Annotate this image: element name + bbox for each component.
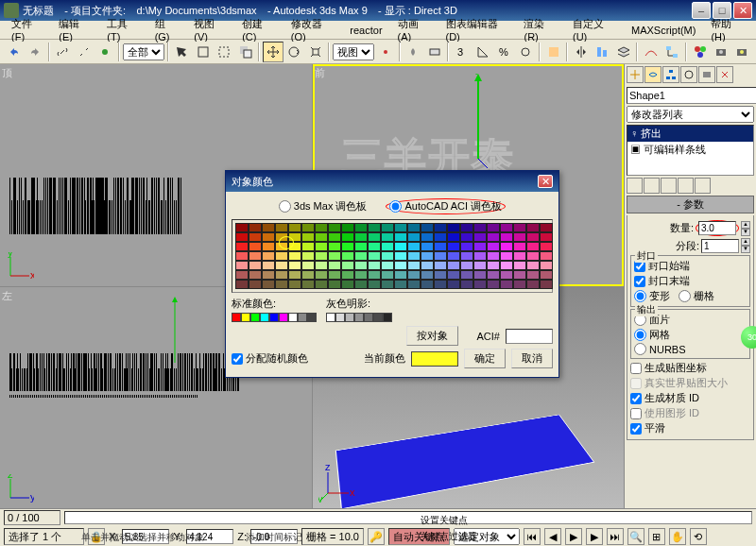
palette-swatch[interactable] bbox=[262, 223, 275, 232]
palette-swatch[interactable] bbox=[513, 261, 526, 270]
palette-swatch[interactable] bbox=[447, 270, 460, 280]
palette-swatch[interactable] bbox=[434, 242, 447, 251]
mirror-button[interactable] bbox=[571, 42, 591, 62]
palette-swatch[interactable] bbox=[381, 232, 394, 242]
palette-swatch[interactable] bbox=[394, 261, 407, 270]
palette-swatch[interactable] bbox=[513, 251, 526, 261]
align-button[interactable] bbox=[593, 42, 612, 62]
gray-swatch[interactable] bbox=[364, 313, 373, 322]
palette-swatch[interactable] bbox=[288, 270, 301, 280]
move-button[interactable] bbox=[263, 42, 283, 62]
palette-swatch[interactable] bbox=[460, 242, 473, 251]
palette-swatch[interactable] bbox=[262, 251, 275, 261]
palette-swatch[interactable] bbox=[473, 270, 487, 280]
palette-swatch[interactable] bbox=[460, 261, 473, 270]
named-selection-button[interactable] bbox=[543, 42, 563, 62]
palette-swatch[interactable] bbox=[354, 280, 368, 289]
palette-swatch[interactable] bbox=[540, 251, 553, 261]
render-scene-button[interactable] bbox=[711, 42, 730, 62]
palette-swatch[interactable] bbox=[301, 232, 315, 242]
palette-swatch[interactable] bbox=[473, 223, 487, 232]
palette-swatch[interactable] bbox=[301, 251, 315, 261]
palette-swatch[interactable] bbox=[235, 232, 249, 242]
palette-swatch[interactable] bbox=[407, 251, 421, 261]
menu-create[interactable]: 创建(C) bbox=[234, 15, 284, 44]
palette-swatch[interactable] bbox=[447, 261, 460, 270]
palette-swatch[interactable] bbox=[249, 242, 262, 251]
remove-modifier-icon[interactable] bbox=[678, 178, 694, 194]
ref-coord-system[interactable]: 视图 bbox=[333, 43, 374, 60]
palette-swatch[interactable] bbox=[394, 223, 407, 232]
palette-swatch[interactable] bbox=[341, 280, 354, 289]
gen-mat-checkbox[interactable] bbox=[630, 393, 642, 404]
goto-end-button[interactable]: ⏭ bbox=[607, 528, 624, 545]
goto-start-button[interactable]: ⏮ bbox=[524, 528, 541, 545]
palette-swatch[interactable] bbox=[434, 261, 447, 270]
basic-color-swatch[interactable] bbox=[232, 313, 241, 322]
palette-swatch[interactable] bbox=[275, 251, 288, 261]
palette-swatch[interactable] bbox=[381, 261, 394, 270]
palette-swatch[interactable] bbox=[341, 242, 354, 251]
gray-swatch[interactable] bbox=[326, 313, 335, 322]
palette-swatch[interactable] bbox=[288, 280, 301, 289]
palette-swatch[interactable] bbox=[368, 232, 381, 242]
palette-swatch[interactable] bbox=[354, 261, 368, 270]
zoom-icon[interactable]: 🔍 bbox=[627, 528, 644, 545]
palette-swatch[interactable] bbox=[368, 261, 381, 270]
palette-swatch[interactable] bbox=[460, 270, 473, 280]
palette-swatch[interactable] bbox=[341, 223, 354, 232]
palette-swatch[interactable] bbox=[341, 270, 354, 280]
palette-swatch[interactable] bbox=[434, 232, 447, 242]
cap-grid-radio[interactable] bbox=[679, 290, 691, 302]
palette-swatch[interactable] bbox=[407, 223, 421, 232]
palette-swatch[interactable] bbox=[500, 270, 513, 280]
palette-swatch[interactable] bbox=[368, 270, 381, 280]
palette-swatch[interactable] bbox=[235, 251, 249, 261]
menu-graph[interactable]: 图表编辑器(D) bbox=[438, 15, 517, 44]
palette-swatch[interactable] bbox=[540, 232, 553, 242]
menu-maxscript[interactable]: MAXScript(M) bbox=[624, 23, 703, 38]
curve-editor-button[interactable] bbox=[641, 42, 661, 62]
palette-swatch[interactable] bbox=[447, 223, 460, 232]
setkey-button[interactable]: 设置关键点 bbox=[421, 514, 468, 527]
palette-swatch[interactable] bbox=[540, 280, 553, 289]
aci-number-input[interactable] bbox=[506, 329, 553, 344]
modifier-list-dropdown[interactable]: 修改器列表 bbox=[627, 106, 754, 123]
gray-swatch[interactable] bbox=[335, 313, 345, 322]
orbit-icon[interactable]: ⟲ bbox=[690, 528, 707, 545]
rollout-parameters-header[interactable]: - 参数 bbox=[627, 196, 754, 213]
palette-swatch[interactable] bbox=[328, 223, 341, 232]
make-unique-icon[interactable] bbox=[661, 178, 677, 194]
palette-swatch[interactable] bbox=[262, 242, 275, 251]
palette-swatch[interactable] bbox=[328, 251, 341, 261]
select-name-button[interactable] bbox=[193, 42, 213, 62]
palette-swatch[interactable] bbox=[354, 270, 368, 280]
palette-swatch[interactable] bbox=[381, 251, 394, 261]
palette-swatch[interactable] bbox=[315, 270, 328, 280]
palette-swatch[interactable] bbox=[315, 280, 328, 289]
palette-swatch[interactable] bbox=[447, 251, 460, 261]
palette-swatch[interactable] bbox=[249, 232, 262, 242]
modifier-stack[interactable]: ♀ 挤出 ▣ 可编辑样条线 bbox=[627, 125, 754, 176]
select-button[interactable] bbox=[172, 42, 192, 62]
palette-swatch[interactable] bbox=[500, 251, 513, 261]
palette-swatch[interactable] bbox=[421, 280, 434, 289]
palette-swatch[interactable] bbox=[407, 242, 421, 251]
palette-swatch[interactable] bbox=[301, 270, 315, 280]
modifier-item-editable-spline[interactable]: ▣ 可编辑样条线 bbox=[627, 142, 753, 158]
show-end-result-icon[interactable] bbox=[644, 178, 660, 194]
palette-swatch[interactable] bbox=[526, 261, 540, 270]
next-frame-button[interactable]: ▶ bbox=[586, 528, 603, 545]
cancel-button[interactable]: 取消 bbox=[511, 349, 553, 368]
basic-color-swatch[interactable] bbox=[279, 313, 288, 322]
palette-swatch[interactable] bbox=[460, 251, 473, 261]
palette-swatch[interactable] bbox=[421, 261, 434, 270]
display-tab[interactable] bbox=[698, 66, 715, 83]
palette-swatch[interactable] bbox=[315, 251, 328, 261]
basic-color-swatch[interactable] bbox=[250, 313, 260, 322]
palette-swatch[interactable] bbox=[526, 270, 540, 280]
palette-swatch[interactable] bbox=[288, 261, 301, 270]
palette-swatch[interactable] bbox=[487, 242, 500, 251]
palette-swatch[interactable] bbox=[301, 223, 315, 232]
manipulate-button[interactable] bbox=[404, 42, 423, 62]
